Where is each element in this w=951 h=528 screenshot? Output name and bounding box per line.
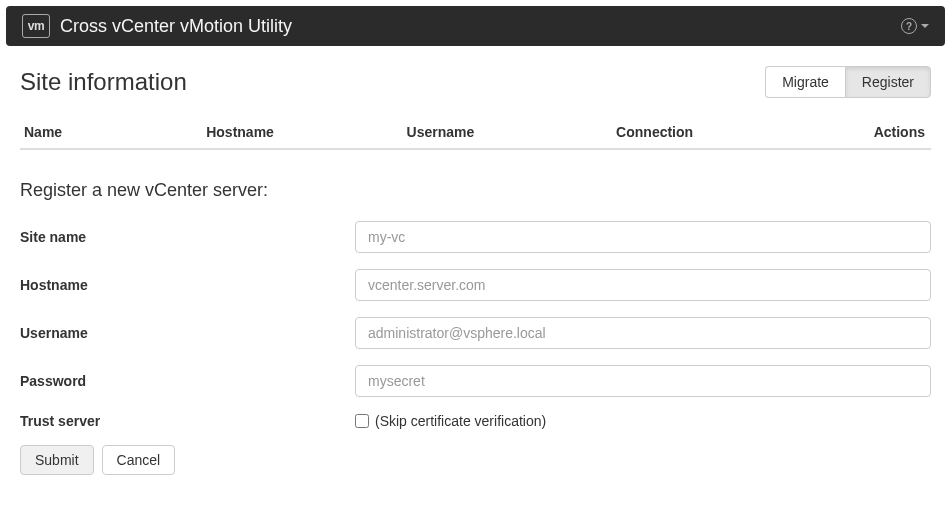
hostname-input[interactable]: [355, 269, 931, 301]
navbar: vm Cross vCenter vMotion Utility ?: [6, 6, 945, 46]
label-username: Username: [20, 325, 355, 341]
app-title: Cross vCenter vMotion Utility: [60, 16, 292, 37]
col-header-name: Name: [20, 116, 202, 149]
caret-down-icon: [921, 24, 929, 28]
form-title: Register a new vCenter server:: [20, 180, 931, 201]
password-input[interactable]: [355, 365, 931, 397]
help-dropdown[interactable]: ?: [901, 18, 929, 34]
vmware-logo-icon: vm: [22, 14, 50, 38]
sites-table: Name Hostname Username Connection Action…: [20, 116, 931, 150]
trust-server-checkbox[interactable]: [355, 414, 369, 428]
view-toggle-group: Migrate Register: [765, 66, 931, 98]
submit-button[interactable]: Submit: [20, 445, 94, 475]
col-header-username: Username: [403, 116, 613, 149]
migrate-button[interactable]: Migrate: [765, 66, 845, 98]
help-icon: ?: [901, 18, 917, 34]
trust-server-checkbox-label: (Skip certificate verification): [375, 413, 546, 429]
label-hostname: Hostname: [20, 277, 355, 293]
col-header-connection: Connection: [612, 116, 812, 149]
col-header-hostname: Hostname: [202, 116, 402, 149]
label-trust-server: Trust server: [20, 413, 355, 429]
col-header-actions: Actions: [813, 116, 931, 149]
label-password: Password: [20, 373, 355, 389]
section-header: Site information Migrate Register: [20, 66, 931, 98]
table-header-row: Name Hostname Username Connection Action…: [20, 116, 931, 149]
cancel-button[interactable]: Cancel: [102, 445, 176, 475]
site-name-input[interactable]: [355, 221, 931, 253]
register-button[interactable]: Register: [845, 66, 931, 98]
username-input[interactable]: [355, 317, 931, 349]
section-title: Site information: [20, 68, 187, 96]
trust-server-checkbox-wrap[interactable]: (Skip certificate verification): [355, 413, 931, 429]
navbar-brand[interactable]: vm Cross vCenter vMotion Utility: [22, 14, 292, 38]
label-site-name: Site name: [20, 229, 355, 245]
